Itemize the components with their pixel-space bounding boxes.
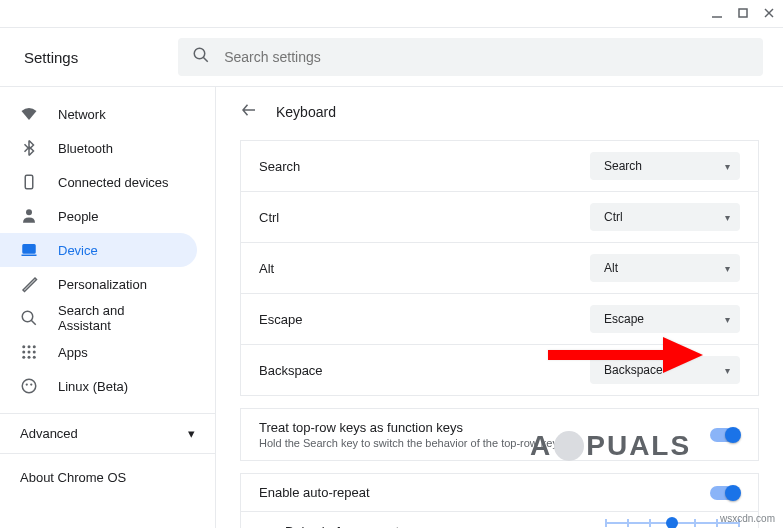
remap-row-ctrl: Ctrl Ctrl [240,192,759,243]
sidebar: Network Bluetooth Connected devices Peop… [0,87,216,528]
svg-point-16 [28,351,31,354]
sidebar-item-label: Personalization [58,277,147,292]
svg-point-12 [22,345,25,348]
sidebar-item-label: Connected devices [58,175,169,190]
function-keys-row: Treat top-row keys as function keys Hold… [240,408,759,461]
remap-label: Alt [259,261,274,276]
svg-point-14 [33,345,36,348]
sidebar-item-device[interactable]: Device [0,233,197,267]
svg-rect-6 [25,175,33,189]
grid-icon [20,343,38,361]
remap-row-backspace: Backspace Backspace [240,345,759,396]
main-content: Keyboard Search Search Ctrl Ctrl Alt Alt… [216,87,783,528]
remap-row-search: Search Search [240,140,759,192]
svg-point-22 [26,383,28,385]
function-keys-sub: Hold the Search key to switch the behavi… [259,437,564,449]
sidebar-item-search-assistant[interactable]: Search and Assistant [0,301,197,335]
delay-label: Delay before repeat [285,524,399,528]
svg-point-13 [28,345,31,348]
maximize-icon[interactable] [737,5,749,23]
wifi-icon [20,105,38,123]
auto-repeat-label: Enable auto-repeat [259,485,370,500]
window-titlebar [0,0,783,28]
svg-point-18 [22,356,25,359]
svg-point-21 [22,379,36,393]
svg-point-7 [26,209,32,215]
svg-point-15 [22,351,25,354]
remap-dropdown-escape[interactable]: Escape [590,305,740,333]
remap-dropdown-search[interactable]: Search [590,152,740,180]
sidebar-item-label: Bluetooth [58,141,113,156]
sidebar-item-personalization[interactable]: Personalization [0,267,197,301]
remap-label: Search [259,159,300,174]
bluetooth-icon [20,139,38,157]
auto-repeat-row: Enable auto-repeat [240,473,759,512]
back-icon[interactable] [240,101,258,122]
sidebar-item-label: Device [58,243,98,258]
auto-repeat-toggle[interactable] [710,486,740,500]
brush-icon [20,275,38,293]
watermark-source: wsxcdn.com [720,513,775,524]
sidebar-item-label: Linux (Beta) [58,379,128,394]
person-icon [20,207,38,225]
remap-label: Ctrl [259,210,279,225]
svg-point-17 [33,351,36,354]
sidebar-item-connected-devices[interactable]: Connected devices [0,165,197,199]
laptop-icon [20,241,38,259]
svg-point-20 [33,356,36,359]
svg-point-10 [22,311,33,322]
sidebar-item-apps[interactable]: Apps [0,335,197,369]
svg-point-23 [30,383,32,385]
chevron-down-icon: ▾ [188,426,195,441]
sidebar-item-linux[interactable]: Linux (Beta) [0,369,197,403]
svg-line-11 [31,320,36,325]
remap-label: Backspace [259,363,323,378]
header: Settings [0,28,783,87]
delay-row: Delay before repeat LongShort [240,512,759,528]
remap-dropdown-backspace[interactable]: Backspace [590,356,740,384]
advanced-label: Advanced [20,426,78,441]
search-input[interactable] [224,49,749,65]
svg-point-19 [28,356,31,359]
svg-rect-1 [739,9,747,17]
sidebar-item-label: Search and Assistant [58,303,177,333]
sidebar-item-label: Network [58,107,106,122]
svg-rect-8 [23,245,35,253]
close-icon[interactable] [763,5,775,23]
sidebar-item-label: Apps [58,345,88,360]
function-keys-toggle[interactable] [710,428,740,442]
sidebar-item-people[interactable]: People [0,199,197,233]
app-title: Settings [20,49,78,66]
sidebar-item-network[interactable]: Network [0,97,197,131]
linux-icon [20,377,38,395]
sidebar-about[interactable]: About Chrome OS [0,454,215,501]
remap-dropdown-alt[interactable]: Alt [590,254,740,282]
sidebar-item-bluetooth[interactable]: Bluetooth [0,131,197,165]
phone-icon [20,173,38,191]
remap-label: Escape [259,312,302,327]
svg-point-4 [194,48,205,59]
remap-row-escape: Escape Escape [240,294,759,345]
remap-row-alt: Alt Alt [240,243,759,294]
sidebar-advanced[interactable]: Advanced ▾ [0,413,215,454]
sidebar-item-label: People [58,209,98,224]
search-bar[interactable] [178,38,763,76]
about-label: About Chrome OS [20,470,126,485]
svg-line-5 [203,57,208,62]
minimize-icon[interactable] [711,5,723,23]
search-icon [192,46,210,68]
remap-dropdown-ctrl[interactable]: Ctrl [590,203,740,231]
function-keys-label: Treat top-row keys as function keys [259,420,564,435]
page-title: Keyboard [276,104,336,120]
magnify-icon [20,309,38,327]
